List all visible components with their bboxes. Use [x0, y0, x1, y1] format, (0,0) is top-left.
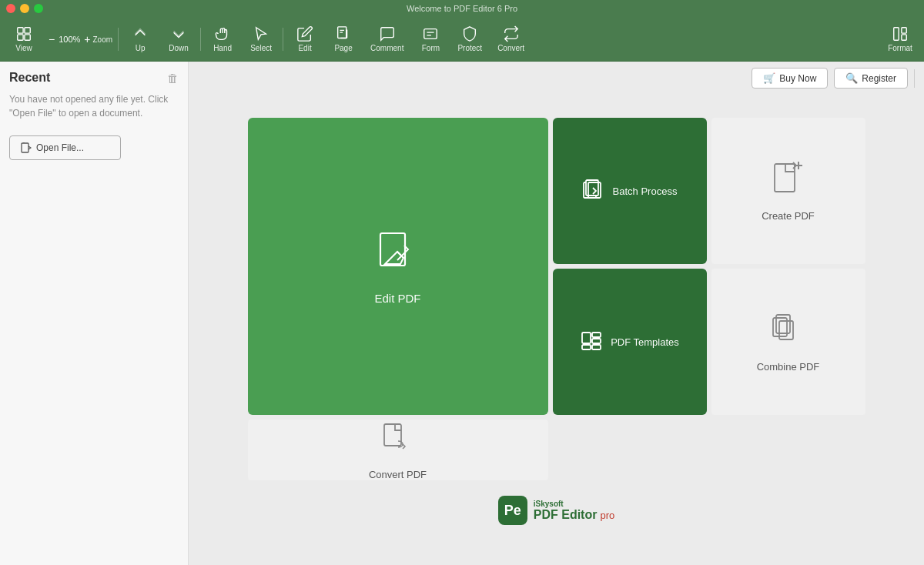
svg-rect-0 — [18, 28, 23, 33]
sidebar-title: Recent — [9, 71, 50, 85]
toolbar-item-convert[interactable]: Convert — [490, 22, 532, 55]
view-label: View — [15, 44, 32, 52]
svg-rect-26 — [384, 424, 401, 446]
create-pdf-icon — [768, 161, 808, 201]
toolbar: View − 100% + Zoom Up Down Hand — [0, 17, 924, 62]
combine-pdf-label: Combine PDF — [757, 361, 820, 373]
logo-badge-text: Pe — [504, 503, 521, 519]
main-area: Recent 🗑 You have not opened any file ye… — [0, 62, 924, 565]
logo-brand: iSkysoft — [534, 500, 614, 508]
open-file-label: Open File... — [36, 142, 84, 153]
toolbar-right: Format — [881, 22, 919, 55]
register-button[interactable]: 🔍 Register — [834, 68, 908, 89]
edit-pdf-label: Edit PDF — [374, 292, 420, 305]
edit-label: Edit — [298, 44, 311, 52]
toolbar-item-page[interactable]: Page — [324, 22, 363, 55]
convert-pdf-card[interactable]: Convert PDF — [248, 420, 548, 480]
pdf-templates-label: PDF Templates — [611, 336, 679, 348]
toolbar-item-select[interactable]: Select — [242, 22, 280, 55]
toolbar-item-up[interactable]: Up — [121, 22, 159, 55]
svg-rect-21 — [592, 345, 601, 349]
zoom-label: Zoom — [93, 35, 113, 44]
svg-rect-1 — [25, 28, 30, 33]
sep-3 — [283, 28, 283, 51]
toolbar-item-view[interactable]: View — [5, 22, 43, 55]
logo-pro: pro — [600, 510, 614, 521]
sidebar: Recent 🗑 You have not opened any file ye… — [0, 62, 189, 565]
select-label: Select — [250, 44, 272, 52]
combine-pdf-card[interactable]: Combine PDF — [711, 269, 865, 415]
form-label: Form — [422, 44, 440, 52]
templates-icon — [580, 330, 603, 353]
batch-process-label: Batch Process — [613, 186, 678, 197]
zoom-group: − 100% + Zoom — [43, 33, 116, 45]
toolbar-item-form[interactable]: Form — [411, 22, 450, 55]
templates-inner: PDF Templates — [580, 330, 679, 353]
down-label: Down — [169, 44, 189, 52]
sidebar-empty-message: You have not opened any file yet. Click … — [9, 92, 179, 120]
hand-label: Hand — [213, 44, 232, 52]
content-topbar: 🛒 Buy Now 🔍 Register — [189, 62, 924, 95]
svg-rect-7 — [902, 28, 906, 33]
toolbar-item-hand[interactable]: Hand — [203, 22, 242, 55]
window-title: Welcome to PDF Editor 6 Pro — [407, 4, 517, 13]
trash-icon[interactable]: 🗑 — [167, 72, 179, 85]
convert-pdf-icon — [378, 420, 418, 460]
register-icon: 🔍 — [845, 72, 858, 84]
svg-rect-8 — [902, 35, 906, 40]
svg-rect-11 — [775, 164, 795, 192]
protect-label: Protect — [457, 44, 482, 52]
minimize-button[interactable] — [20, 4, 29, 13]
logo-badge: Pe — [498, 496, 527, 525]
svg-rect-19 — [592, 333, 601, 337]
convert-label: Convert — [497, 44, 524, 52]
batch-inner: Batch Process — [582, 179, 678, 202]
toolbar-item-edit[interactable]: Edit — [286, 22, 324, 55]
title-bar: Welcome to PDF Editor 6 Pro — [0, 0, 924, 17]
register-label: Register — [862, 73, 896, 84]
toolbar-item-protect[interactable]: Protect — [450, 22, 490, 55]
content-area: 🛒 Buy Now 🔍 Register — [189, 62, 924, 565]
zoom-minus-button[interactable]: − — [46, 33, 57, 45]
combine-pdf-icon — [768, 312, 808, 352]
create-pdf-label: Create PDF — [762, 210, 815, 222]
sidebar-header: Recent 🗑 — [9, 71, 179, 85]
logo-product: PDF Editor — [534, 508, 598, 522]
buy-now-button[interactable]: 🛒 Buy Now — [752, 68, 828, 89]
format-label: Format — [888, 44, 912, 52]
batch-icon — [582, 179, 605, 202]
cart-icon: 🛒 — [763, 72, 775, 84]
sep-2 — [200, 28, 201, 51]
toolbar-item-format[interactable]: Format — [881, 22, 919, 55]
window-controls — [6, 4, 43, 13]
comment-label: Comment — [370, 44, 403, 52]
up-label: Up — [136, 44, 146, 52]
open-file-button[interactable]: Open File... — [9, 135, 121, 160]
toolbar-item-comment[interactable]: Comment — [363, 22, 411, 55]
zoom-plus-button[interactable]: + — [82, 33, 92, 45]
edit-pdf-card[interactable]: Edit PDF — [248, 118, 548, 415]
svg-rect-22 — [582, 345, 591, 349]
open-file-icon — [21, 142, 32, 154]
topbar-divider — [914, 69, 915, 88]
create-pdf-card[interactable]: Create PDF — [711, 118, 865, 264]
svg-rect-18 — [582, 333, 591, 343]
svg-rect-9 — [22, 143, 28, 152]
svg-rect-6 — [894, 28, 899, 41]
svg-rect-2 — [18, 35, 23, 40]
maximize-button[interactable] — [34, 4, 43, 13]
edit-pdf-icon — [371, 229, 425, 282]
close-button[interactable] — [6, 4, 15, 13]
logo-text: iSkysoft PDF Editor pro — [534, 500, 614, 522]
convert-pdf-label: Convert PDF — [369, 469, 427, 480]
pdf-templates-card[interactable]: PDF Templates — [553, 269, 707, 415]
logo-area: Pe iSkysoft PDF Editor pro — [498, 490, 614, 534]
svg-rect-20 — [592, 339, 601, 343]
svg-rect-3 — [25, 35, 30, 40]
batch-process-card[interactable]: Batch Process — [553, 118, 707, 264]
page-label: Page — [334, 44, 352, 52]
buy-now-label: Buy Now — [779, 73, 816, 84]
svg-rect-5 — [424, 29, 437, 39]
toolbar-item-down[interactable]: Down — [159, 22, 198, 55]
zoom-value: 100% — [59, 35, 80, 44]
